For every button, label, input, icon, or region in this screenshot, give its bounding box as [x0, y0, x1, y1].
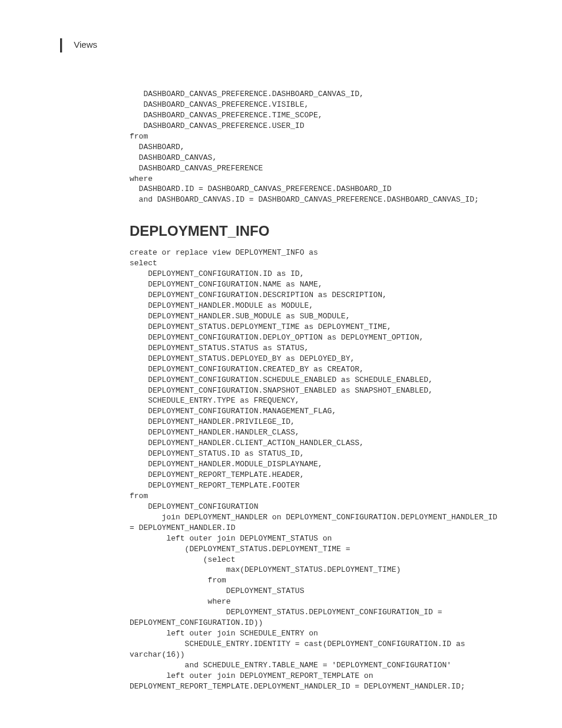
header-divider: |	[59, 35, 63, 54]
sql-code-block-1: DASHBOARD_CANVAS_PREFERENCE.DASHBOARD_CA…	[130, 89, 527, 205]
page-container: | Views DASHBOARD_CANVAS_PREFERENCE.DASH…	[0, 0, 562, 728]
page-header: | Views	[59, 35, 527, 54]
page-content: DASHBOARD_CANVAS_PREFERENCE.DASHBOARD_CA…	[130, 89, 527, 692]
section-heading-deployment-info: DEPLOYMENT_INFO	[130, 223, 527, 239]
page-header-title: Views	[74, 39, 97, 50]
sql-code-block-2: create or replace view DEPLOYMENT_INFO a…	[130, 248, 527, 691]
